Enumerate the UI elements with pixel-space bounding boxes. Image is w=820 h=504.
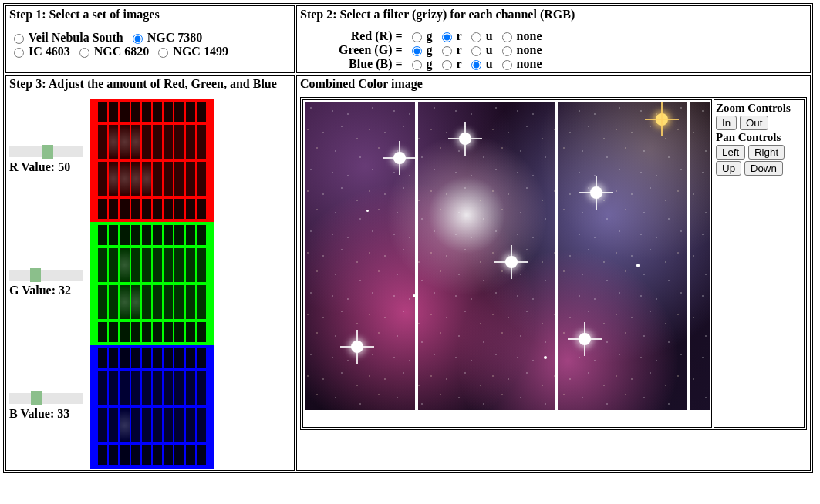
rgb-table: R Value: 50 (9, 99, 214, 469)
radio-green-u[interactable] (471, 46, 481, 56)
label-ngc-7380: NGC 7380 (147, 31, 203, 44)
zoom-title: Zoom Controls (716, 102, 802, 115)
radio-green-none[interactable] (502, 46, 512, 56)
radio-green-r[interactable] (442, 46, 452, 56)
b-slider[interactable] (9, 393, 83, 404)
radio-red-g[interactable] (412, 32, 422, 42)
opt-green-r: r (457, 43, 462, 56)
radio-green-g[interactable] (412, 46, 422, 56)
radio-blue-r[interactable] (442, 60, 452, 70)
radio-red-none[interactable] (502, 32, 512, 42)
opt-green-u: u (486, 43, 493, 56)
r-value-label: R Value: 50 (9, 160, 70, 173)
radio-veil-nebula-south[interactable] (14, 34, 24, 44)
label-ngc-1499: NGC 1499 (173, 45, 228, 58)
zoom-in-button[interactable]: In (716, 116, 737, 130)
g-slider[interactable] (9, 270, 83, 281)
label-ic-4603: IC 4603 (29, 45, 70, 58)
green-label: Green (G) = (300, 43, 405, 57)
step3-title: Step 3: Adjust the amount of Red, Green,… (9, 77, 291, 91)
r-slider[interactable] (9, 146, 83, 157)
opt-red-g: g (427, 29, 433, 42)
pan-right-button[interactable]: Right (748, 145, 785, 160)
blue-channel-image (90, 345, 214, 469)
filter-table: Red (R) = g r u none Green (G) = g r u n… (300, 29, 545, 71)
radio-red-u[interactable] (471, 32, 481, 42)
pan-up-button[interactable]: Up (716, 161, 741, 176)
label-ngc-6820: NGC 6820 (94, 45, 150, 58)
g-slider-thumb[interactable] (30, 268, 41, 282)
zoom-out-button[interactable]: Out (740, 116, 768, 130)
step3-cell: Step 3: Adjust the amount of Red, Green,… (5, 75, 295, 471)
b-value-label: B Value: 33 (9, 407, 69, 420)
opt-red-none: none (517, 29, 542, 42)
radio-blue-none[interactable] (502, 60, 512, 70)
red-channel-image (90, 99, 214, 222)
pan-title: Pan Controls (716, 131, 802, 144)
opt-green-g: g (427, 43, 433, 56)
layout-table: Step 1: Select a set of images Veil Nebu… (3, 3, 813, 473)
radio-blue-g[interactable] (412, 60, 422, 70)
opt-red-r: r (457, 29, 462, 42)
green-channel-image (90, 222, 214, 345)
radio-ngc-1499[interactable] (158, 48, 168, 58)
blue-label: Blue (B) = (300, 57, 405, 71)
step1-cell: Step 1: Select a set of images Veil Nebu… (5, 5, 295, 73)
combined-table: Zoom Controls In Out Pan Controls Left R… (300, 97, 807, 430)
opt-green-none: none (517, 43, 542, 56)
radio-blue-u[interactable] (471, 60, 481, 70)
opt-blue-u: u (486, 57, 493, 70)
opt-blue-r: r (457, 57, 462, 70)
radio-red-r[interactable] (442, 32, 452, 42)
radio-ngc-7380[interactable] (133, 34, 143, 44)
radio-ic-4603[interactable] (14, 48, 24, 58)
opt-blue-none: none (517, 57, 542, 70)
step2-cell: Step 2: Select a filter (grizy) for each… (296, 5, 811, 73)
radio-ngc-6820[interactable] (79, 48, 89, 58)
b-slider-thumb[interactable] (31, 391, 42, 405)
opt-blue-g: g (427, 57, 433, 70)
step1-title: Step 1: Select a set of images (9, 8, 291, 22)
combined-cell: Combined Color image (296, 75, 811, 471)
r-slider-thumb[interactable] (42, 145, 53, 159)
label-veil-nebula-south: Veil Nebula South (29, 31, 123, 44)
red-label: Red (R) = (300, 29, 405, 43)
combined-title: Combined Color image (300, 77, 807, 91)
g-value-label: G Value: 32 (9, 284, 71, 297)
pan-down-button[interactable]: Down (744, 161, 783, 176)
opt-red-u: u (486, 29, 493, 42)
controls-cell: Zoom Controls In Out Pan Controls Left R… (714, 99, 805, 428)
step1-options: Veil Nebula South NGC 7380 IC 4603 NGC 6… (9, 31, 291, 59)
step2-title: Step 2: Select a filter (grizy) for each… (300, 8, 807, 22)
combined-image[interactable] (305, 102, 710, 425)
pan-left-button[interactable]: Left (716, 145, 745, 160)
